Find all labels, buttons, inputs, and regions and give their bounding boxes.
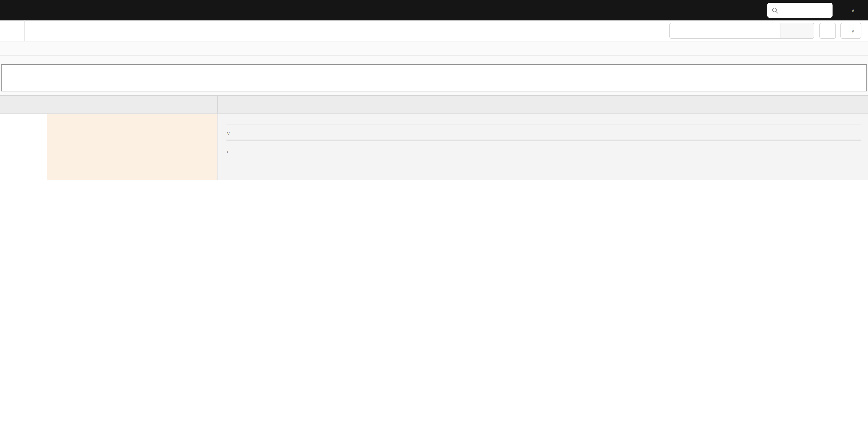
timeline-ticks-header — [217, 96, 868, 113]
back-button[interactable] — [0, 21, 25, 41]
tags-table — [226, 140, 862, 141]
chevron-right-icon: › — [226, 148, 228, 154]
span-color-accent — [45, 114, 47, 180]
minimap-canvas[interactable] — [1, 64, 867, 91]
chevron-down-icon: ∨ — [851, 7, 855, 13]
find-controls — [780, 23, 815, 39]
jaeger-trace-page: ∨ ∨ — [0, 0, 868, 180]
trace-meta-bar — [0, 41, 868, 56]
minimap-tick-labels — [1, 57, 867, 64]
chevron-down-icon: ∨ — [851, 28, 855, 33]
header-controls: ∨ — [670, 23, 862, 39]
trace-view-select[interactable]: ∨ — [841, 23, 862, 39]
span-detail-content: ∨ › — [217, 118, 868, 180]
tags-accordion-header[interactable]: ∨ — [226, 126, 862, 140]
span-detail-highlight — [47, 114, 217, 180]
find-input[interactable] — [670, 23, 780, 39]
chevron-down-icon: ∨ — [226, 130, 230, 136]
keyboard-shortcuts-button[interactable] — [819, 23, 836, 39]
trace-header: ∨ — [0, 21, 868, 42]
span-detail-panel: ∨ › — [217, 114, 868, 180]
span-detail-row: ∨ › — [0, 114, 868, 180]
trace-lookup-input[interactable] — [768, 3, 833, 18]
trace-minimap — [0, 56, 868, 95]
top-navbar: ∨ — [0, 0, 868, 21]
timeline-header — [0, 95, 868, 114]
span-bar-strip — [217, 114, 868, 118]
search-icon — [772, 7, 778, 13]
span-detail-left-column — [0, 114, 217, 180]
process-accordion-header[interactable]: › — [226, 148, 862, 154]
service-operation-header — [0, 96, 217, 113]
find-group — [670, 23, 815, 39]
about-jaeger-menu[interactable]: ∨ — [848, 7, 855, 13]
divider — [226, 124, 862, 125]
